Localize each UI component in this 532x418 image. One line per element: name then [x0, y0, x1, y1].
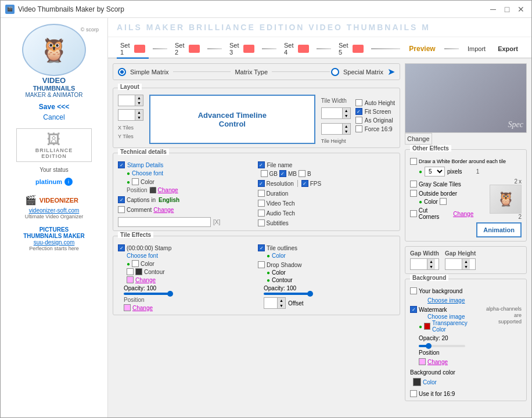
bg-slider[interactable] [419, 345, 465, 347]
auto-height-cb[interactable] [355, 99, 362, 106]
pixels-select[interactable]: 5 [425, 167, 445, 176]
stamp-slider[interactable] [124, 293, 170, 295]
drop-shadow-cb[interactable] [258, 261, 265, 268]
tab-export[interactable]: Export [493, 44, 523, 54]
fit-screen-cb[interactable]: ✓ [355, 108, 362, 115]
pictures-link[interactable]: suu-design.com [23, 239, 85, 246]
special-matrix-radio[interactable] [331, 68, 339, 76]
cancel-button[interactable]: Cancel [43, 113, 64, 121]
gap-width-up[interactable]: ▲ [427, 259, 435, 264]
white-border-cb[interactable] [410, 158, 417, 165]
video-tech-cb[interactable] [258, 200, 265, 207]
shadow-slider-thumb[interactable] [307, 291, 313, 297]
tile-width-input[interactable]: 320 [322, 109, 342, 117]
minimize-button[interactable]: ─ [487, 3, 499, 15]
atc-button[interactable]: Advanced TimelineControl [149, 95, 315, 144]
bg-color-link[interactable]: Color [423, 379, 437, 385]
fps-cb[interactable]: ✓ [301, 180, 308, 187]
tile-height-input[interactable]: 240 [322, 125, 342, 133]
duration-cb[interactable] [258, 190, 265, 197]
nav-arrow[interactable]: ➤ [387, 66, 395, 77]
tab-import[interactable]: Import [463, 44, 490, 54]
tab-set5[interactable]: Set 5 [335, 40, 367, 57]
simple-matrix-radio[interactable] [118, 68, 126, 76]
choose-font-link[interactable]: Choose font [132, 170, 163, 176]
comment-change[interactable]: Change [153, 207, 174, 213]
y-tiles-spinbox[interactable]: 4 ▲ ▼ [118, 109, 143, 121]
watermark-cb[interactable]: ✓ [410, 306, 417, 313]
choose-image-btn[interactable]: Choose image [427, 297, 465, 304]
bg-opacity-slider[interactable] [419, 345, 522, 347]
stamp-opacity-slider[interactable] [124, 293, 255, 295]
captions-cb[interactable]: ✓ [118, 196, 125, 203]
x-tiles-up[interactable]: ▲ [135, 95, 143, 100]
tile-width-spinbox[interactable]: 320 ▲ ▼ [321, 107, 351, 119]
save-button[interactable]: Save <<< [39, 103, 69, 111]
tile-width-up[interactable]: ▲ [342, 108, 350, 113]
tile-height-down[interactable]: ▼ [342, 129, 350, 134]
stamp-color-cb[interactable] [132, 260, 139, 267]
bg-slider-thumb[interactable] [426, 343, 432, 349]
grayscale-cb[interactable] [410, 181, 417, 188]
stamp-slider-thumb[interactable] [167, 291, 173, 297]
matrix-type-label[interactable]: Matrix Type [235, 69, 268, 75]
simple-matrix-label[interactable]: Simple Matrix [130, 69, 169, 75]
comment-cb[interactable] [118, 206, 125, 213]
tab-set2[interactable]: Set 2 [171, 40, 203, 57]
special-matrix-label[interactable]: Special Matrix [343, 69, 383, 75]
y-tiles-input[interactable]: 4 [118, 111, 135, 119]
maximize-button[interactable]: □ [501, 3, 513, 15]
outside-color-swatch-cb[interactable] [440, 198, 447, 205]
stamp-details-cb[interactable]: ✓ [118, 161, 125, 168]
transparency-label[interactable]: Transparency Color [432, 320, 477, 333]
stamp-change-link[interactable]: Change [135, 277, 156, 283]
x-tiles-input[interactable]: 5 [118, 96, 135, 105]
cut-corners-cb[interactable] [410, 210, 417, 217]
audio-tech-cb[interactable] [258, 210, 265, 217]
file-name-cb[interactable]: ✓ [258, 161, 265, 168]
gap-height-input[interactable]: 5 [445, 260, 462, 268]
close-button[interactable]: ✕ [515, 3, 527, 15]
preview-change-btn[interactable]: Change [405, 133, 432, 145]
tab-preview[interactable]: Preview [404, 43, 440, 55]
stamp-font-link[interactable]: Choose font [127, 253, 158, 259]
gap-width-down[interactable]: ▼ [427, 264, 435, 269]
y-tiles-down[interactable]: ▼ [135, 115, 143, 120]
offset-down[interactable]: ▼ [277, 303, 285, 308]
stamp-contour-cb[interactable] [127, 268, 134, 275]
outlines-color-link[interactable]: Color [272, 253, 286, 259]
x-tiles-down[interactable]: ▼ [135, 100, 143, 106]
as-original-cb[interactable] [355, 117, 362, 124]
tab-set1[interactable]: Set 1 [117, 40, 149, 59]
gap-height-down[interactable]: ▼ [462, 264, 470, 269]
shadow-slider[interactable] [264, 293, 310, 295]
bg-change-link[interactable]: Change [427, 359, 448, 365]
gb-cb[interactable] [261, 170, 268, 177]
offset-up[interactable]: ▲ [277, 298, 285, 303]
tile-height-spinbox[interactable]: 240 ▲ ▼ [321, 123, 351, 135]
tab-set4[interactable]: Set 4 [281, 40, 312, 57]
subtitles-cb[interactable] [258, 219, 265, 226]
tile-outlines-cb[interactable]: ✓ [258, 244, 265, 251]
offset-input[interactable]: 3 [264, 300, 277, 307]
color-cb[interactable] [132, 178, 139, 185]
force-16-9-cb[interactable] [355, 125, 362, 132]
animation-button[interactable]: Animation [476, 222, 522, 237]
offset-spinbox[interactable]: 3 ▲ ▼ [264, 297, 286, 309]
choose-wm-link[interactable]: Choose image [427, 314, 465, 320]
gap-height-spinbox[interactable]: 5 ▲ ▼ [445, 258, 476, 270]
resolution-cb[interactable]: ✓ [258, 180, 265, 187]
preset-input[interactable]: Preset #1 [118, 217, 211, 227]
info-icon[interactable]: i [64, 178, 73, 186]
gap-height-up[interactable]: ▲ [462, 259, 470, 264]
outside-border-cb[interactable] [410, 190, 417, 197]
stamp-pos-change[interactable]: Change [132, 305, 153, 311]
tile-height-up[interactable]: ▲ [342, 124, 350, 129]
gap-width-input[interactable]: 5 [411, 260, 427, 268]
tech-change-link[interactable]: Change [158, 187, 178, 193]
gap-width-spinbox[interactable]: 5 ▲ ▼ [410, 258, 439, 270]
tab-set3[interactable]: Set 3 [226, 40, 258, 57]
cut-corners-change[interactable]: Change [453, 211, 473, 217]
preset-x[interactable]: [X] [213, 219, 220, 225]
y-tiles-up[interactable]: ▲ [135, 110, 143, 115]
